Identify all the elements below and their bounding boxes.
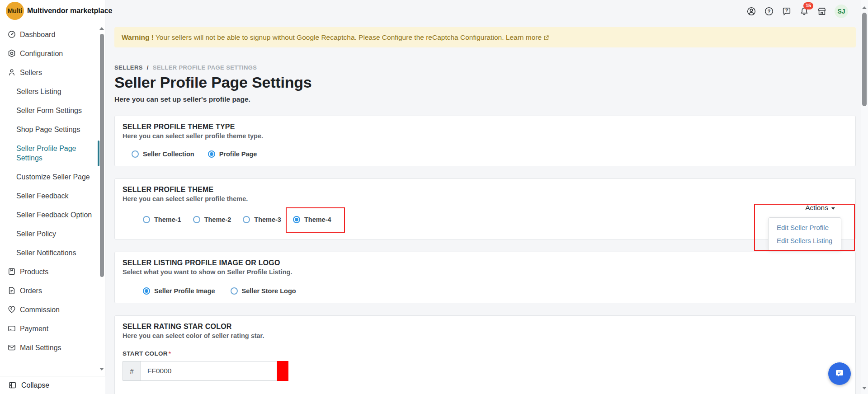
notifications-bell-icon[interactable]: 15: [799, 6, 809, 16]
radio-icon[interactable]: [293, 216, 300, 223]
section-description: Select what you want to show on Seller P…: [123, 268, 848, 276]
radio-seller-collection[interactable]: Seller Collection: [132, 150, 194, 158]
chat-bubble-icon: [834, 368, 845, 379]
hash-prefix: #: [123, 361, 141, 381]
user-avatar[interactable]: SJ: [835, 5, 848, 18]
brand-logo: Multi: [6, 2, 24, 20]
sidebar-scrollbar[interactable]: [99, 22, 104, 376]
sidebar-item-label: Seller Form Settings: [16, 106, 82, 115]
collapse-label: Collapse: [21, 381, 49, 389]
breadcrumb-current: SELLER PROFILE PAGE SETTINGS: [153, 64, 257, 71]
section-description: Here you can select seller profile theme…: [123, 132, 848, 140]
radio-seller-store-logo[interactable]: Seller Store Logo: [231, 287, 296, 295]
main-scrollbar[interactable]: [861, 0, 868, 394]
seller-listing-image-or-logo-card: SELLER LISTING PROFILE IMAGE OR LOGO Sel…: [114, 252, 856, 303]
radio-icon[interactable]: [132, 150, 139, 158]
main-scroll-down-arrow[interactable]: [862, 387, 867, 389]
actions-dropdown-toggle[interactable]: Actions: [805, 204, 835, 212]
start-color-input-group: #: [123, 361, 292, 381]
radio-icon[interactable]: [193, 216, 200, 223]
warning-prefix: Warning !: [122, 33, 154, 41]
brand-name: Multivendor marketplace: [27, 7, 113, 15]
breadcrumb-parent[interactable]: SELLERS: [114, 64, 143, 71]
radio-theme-4[interactable]: Theme-4: [293, 216, 331, 223]
sidebar-item-seller-policy[interactable]: Seller Policy: [0, 225, 105, 244]
radio-icon[interactable]: [243, 216, 250, 223]
sidebar-item-customize-seller-page[interactable]: Customize Seller Page: [0, 168, 105, 187]
sidebar-item-seller-feedback[interactable]: Seller Feedback: [0, 187, 105, 206]
section-heading: SELLER PROFILE THEME TYPE: [123, 123, 848, 131]
image-or-logo-options: Seller Profile Image Seller Store Logo: [143, 287, 848, 295]
svg-text:?: ?: [785, 8, 788, 13]
products-icon: [7, 267, 16, 276]
sidebar-item-sellers[interactable]: Sellers: [0, 63, 105, 82]
radio-icon[interactable]: [143, 287, 150, 295]
sidebar-item-seller-feedback-option[interactable]: Seller Feedback Option: [0, 206, 105, 225]
external-link-icon: [543, 35, 549, 41]
menu-item-edit-seller-profile[interactable]: Edit Seller Profile: [769, 221, 841, 234]
radio-icon[interactable]: [208, 150, 215, 158]
radio-label: Profile Page: [219, 150, 257, 158]
account-icon[interactable]: [746, 6, 756, 16]
sidebar-item-seller-profile-page-settings[interactable]: Seller Profile Page Settings: [0, 139, 105, 168]
sidebar-item-configuration[interactable]: Configuration: [0, 44, 105, 63]
brand[interactable]: Multi Multivendor marketplace: [0, 0, 105, 22]
sidebar-item-label: Payment: [20, 324, 48, 333]
store-icon[interactable]: [817, 6, 827, 16]
start-color-swatch[interactable]: [277, 361, 288, 381]
sidebar-item-dashboard[interactable]: Dashboard: [0, 25, 105, 44]
sidebar-item-products[interactable]: Products: [0, 263, 105, 281]
sidebar-item-mail-settings[interactable]: Mail Settings: [0, 338, 105, 357]
main-scroll-up-arrow[interactable]: [862, 6, 867, 9]
section-description: Here you can select seller profile theme…: [123, 195, 848, 202]
mail-icon: [7, 343, 16, 352]
radio-theme-1[interactable]: Theme-1: [143, 216, 181, 223]
chat-widget-button[interactable]: [828, 362, 851, 385]
help-icon[interactable]: ?: [764, 6, 774, 16]
radio-icon[interactable]: [231, 287, 238, 295]
sidebar-item-shop-page-settings[interactable]: Shop Page Settings: [0, 120, 105, 139]
radio-theme-2[interactable]: Theme-2: [193, 216, 231, 223]
seller-profile-theme-card: SELLER PROFILE THEME Here you can select…: [114, 178, 856, 239]
sidebar: Multi Multivendor marketplace Dashboard …: [0, 0, 105, 394]
support-chat-icon[interactable]: ?: [782, 6, 792, 16]
svg-text:?: ?: [768, 9, 771, 14]
section-description: Here you can select color of seller rati…: [123, 332, 848, 339]
warning-banner: Warning ! Your sellers will not be able …: [114, 27, 856, 47]
learn-more-link[interactable]: Learn more: [506, 33, 549, 41]
sidebar-item-label: Customize Seller Page: [16, 172, 90, 182]
sidebar-item-seller-notifications[interactable]: Seller Notifications: [0, 244, 105, 263]
sidebar-item-label: Products: [20, 267, 48, 277]
breadcrumb: SELLERS / SELLER PROFILE PAGE SETTINGS: [114, 64, 856, 71]
commission-icon: [7, 305, 16, 314]
menu-item-edit-sellers-listing[interactable]: Edit Sellers Listing: [769, 234, 841, 247]
sidebar-item-label: Orders: [20, 286, 42, 296]
sidebar-item-label: Configuration: [20, 49, 63, 58]
radio-profile-page[interactable]: Profile Page: [208, 150, 257, 158]
radio-label: Theme-4: [304, 216, 331, 223]
radio-label: Seller Profile Image: [154, 287, 215, 295]
sidebar-item-commission[interactable]: Commission: [0, 300, 105, 319]
start-color-input[interactable]: [141, 361, 277, 381]
seller-profile-theme-type-card: SELLER PROFILE THEME TYPE Here you can s…: [114, 116, 856, 166]
main-scrollbar-thumb[interactable]: [862, 13, 867, 106]
sidebar-collapse-button[interactable]: Collapse: [0, 376, 105, 394]
sidebar-item-sellers-listing[interactable]: Sellers Listing: [0, 82, 105, 101]
radio-theme-3[interactable]: Theme-3: [243, 216, 281, 223]
sidebar-item-seller-form-settings[interactable]: Seller Form Settings: [0, 101, 105, 120]
notification-count-badge: 15: [803, 2, 813, 9]
actions-dropdown-menu: Edit Seller Profile Edit Sellers Listing: [768, 217, 841, 251]
sidebar-scrollbar-thumb[interactable]: [100, 34, 104, 277]
payment-icon: [7, 324, 16, 333]
sidebar-scroll-up-arrow[interactable]: [99, 27, 104, 30]
radio-seller-profile-image[interactable]: Seller Profile Image: [143, 287, 215, 295]
topbar: ? ? 15 SJ: [746, 4, 848, 19]
sidebar-item-payment[interactable]: Payment: [0, 319, 105, 338]
actions-label: Actions: [805, 204, 828, 212]
main-area: ? ? 15 SJ Warning ! Your sellers will no…: [105, 0, 868, 394]
radio-icon[interactable]: [143, 216, 150, 223]
sidebar-item-orders[interactable]: Orders: [0, 281, 105, 300]
sidebar-item-label: Seller Notifications: [16, 248, 76, 258]
sidebar-scroll-down-arrow[interactable]: [99, 368, 104, 371]
sidebar-item-label: Seller Profile Page Settings: [16, 144, 92, 163]
